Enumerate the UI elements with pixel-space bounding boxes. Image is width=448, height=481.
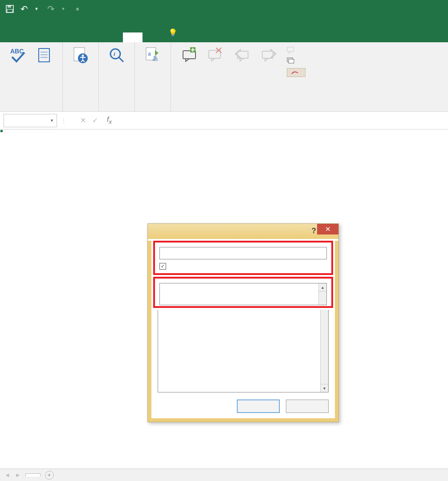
tab-formulas[interactable] [84,32,103,42]
next-icon [261,47,277,64]
comment-icon [287,47,295,54]
name-box-dropdown-icon[interactable]: ▼ [50,118,54,123]
tab-review[interactable] [123,32,143,42]
spelling-button[interactable]: ABC [4,45,31,67]
group-proofing: ABC [0,42,63,111]
show-ink-button[interactable] [285,67,307,78]
thesaurus-button[interactable] [31,45,58,67]
cancel-formula-icon[interactable]: ✕ [80,116,86,125]
ribbon: ABC [0,42,448,112]
dialog-titlebar[interactable]: ? ✕ [148,224,338,239]
cancel-button[interactable] [286,400,329,413]
save-button[interactable] [4,3,16,15]
undo-button[interactable]: ↶ [18,3,30,15]
allow-section-highlight: ▴ [153,277,333,308]
fill-handle[interactable] [0,129,3,133]
svg-rect-1 [8,5,11,8]
permissions-list-top[interactable]: ▴ [159,283,327,305]
checkbox-icon: ✓ [159,263,166,270]
name-box[interactable]: ▼ [4,114,57,127]
spelling-icon: ABC [9,47,26,64]
scroll-up-icon[interactable]: ▴ [319,283,326,291]
tab-home[interactable] [25,32,45,42]
svg-rect-21 [209,50,220,58]
quick-access-toolbar: ↶ ▼ ↷ ▼ ≡ [4,3,84,15]
qat-customize[interactable]: ≡ [71,3,84,15]
svg-rect-26 [287,47,293,52]
smart-lookup-button[interactable]: i [103,45,130,67]
sheet-tab-bar: ◄ ► + [0,469,448,481]
undo-dropdown[interactable]: ▼ [30,3,43,15]
password-input[interactable] [159,247,327,259]
sheet-tab[interactable] [25,473,41,477]
password-section-highlight: ✓ [153,241,333,275]
translate-button[interactable]: aあ [139,45,166,67]
redo-dropdown[interactable]: ▼ [57,3,69,15]
smart-lookup-icon: i [108,47,125,64]
svg-point-11 [110,49,120,59]
svg-text:ABC: ABC [10,48,24,55]
thesaurus-icon [36,47,53,64]
tell-me-search[interactable]: 💡 [162,24,180,42]
svg-rect-28 [289,59,294,63]
delete-comment-icon [207,47,224,64]
ribbon-tabs: 💡 [0,18,448,42]
svg-rect-4 [39,49,49,62]
previous-icon [234,47,251,64]
accessibility-group-label [67,108,94,109]
formula-bar: ▼ ⋮ ✕ ✓ fx [0,112,448,129]
tab-file[interactable] [5,32,25,42]
protect-contents-checkbox[interactable]: ✓ [159,263,327,270]
tab-page-layout[interactable] [64,32,84,42]
dialog-close-button[interactable]: ✕ [317,224,338,234]
proofing-group-label [4,108,58,109]
svg-text:a: a [148,51,151,57]
new-comment-icon [180,47,197,64]
protect-sheet-dialog: ? ✕ ✓ ▴ [147,223,339,422]
language-group-label [139,108,166,109]
permissions-list-bottom[interactable]: ▾ [158,310,329,392]
comments-icon [287,57,295,65]
accessibility-icon [72,47,89,64]
enter-formula-icon[interactable]: ✓ [92,116,98,125]
add-sheet-button[interactable]: + [45,471,54,480]
show-all-comments-button[interactable] [285,57,307,65]
tab-view[interactable] [143,32,162,42]
new-comment-button[interactable] [175,45,202,67]
fx-icon[interactable]: fx [107,116,112,125]
svg-text:あ: あ [152,55,158,61]
ink-icon [291,69,299,76]
dialog-buttons [151,394,335,418]
comments-group-label [175,108,444,109]
translate-icon: aあ [144,47,161,64]
lightbulb-icon: 💡 [168,28,178,37]
delete-comment-button [202,45,229,67]
formula-input[interactable] [117,112,448,129]
group-comments [171,42,448,111]
tab-data[interactable] [103,32,123,42]
svg-point-10 [82,55,84,57]
tab-insert[interactable] [45,32,64,42]
svg-rect-2 [7,9,12,12]
svg-text:i: i [114,51,115,57]
check-accessibility-button[interactable] [67,45,94,67]
scrollbar[interactable]: ▴ [318,283,326,305]
sheet-nav-buttons[interactable]: ◄ ► [4,472,21,478]
ok-button[interactable] [237,400,280,413]
next-comment-button [256,45,282,67]
group-language: aあ [135,42,171,111]
insights-group-label [103,108,130,109]
group-accessibility [63,42,99,111]
scroll-down-icon[interactable]: ▾ [321,384,328,392]
comment-side-panel [282,45,310,78]
title-bar: ↶ ▼ ↷ ▼ ≡ [0,0,448,18]
redo-button[interactable]: ↷ [45,3,57,15]
formula-buttons: ✕ ✓ [67,116,107,125]
previous-comment-button [229,45,256,67]
scrollbar[interactable]: ▾ [320,310,328,392]
show-hide-comment-button [285,46,307,55]
group-insights: i [99,42,135,111]
svg-line-12 [119,57,123,62]
dialog-help-icon[interactable]: ? [312,226,316,235]
